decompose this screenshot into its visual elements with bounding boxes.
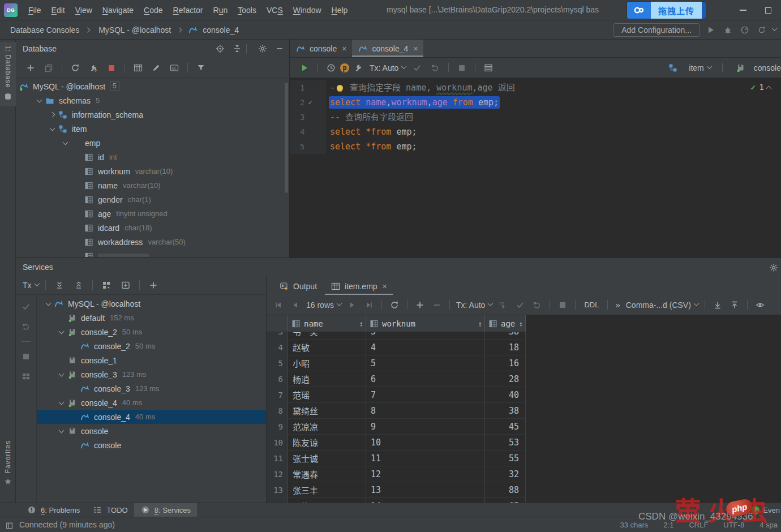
status-item[interactable]: CRLF <box>689 521 708 529</box>
chevron-down-icon[interactable] <box>45 300 51 306</box>
services-tree-item[interactable]: console_440 ms <box>37 396 266 410</box>
close-icon[interactable]: × <box>383 282 387 291</box>
worknum-cell[interactable]: 4 <box>366 340 485 355</box>
services-tree-item[interactable]: console_3123 ms <box>37 381 266 396</box>
services-tree-item[interactable]: console_250 ms <box>37 325 266 339</box>
table-icon[interactable] <box>133 63 143 73</box>
menu-file[interactable]: File <box>23 4 46 16</box>
age-cell[interactable]: 28 <box>485 371 526 387</box>
table-row[interactable]: 10陈友谅1053 <box>267 435 781 451</box>
minimize-button[interactable] <box>730 0 756 20</box>
age-cell[interactable]: 38 <box>485 403 526 419</box>
age-cell[interactable]: 53 <box>485 435 526 451</box>
chevron-down-icon[interactable] <box>58 399 64 405</box>
chevron-slot[interactable] <box>55 430 67 432</box>
commit-icon[interactable] <box>412 63 422 73</box>
ddl-button[interactable]: DDL <box>584 301 599 309</box>
worknum-cell[interactable]: 13 <box>366 482 485 498</box>
menu-vcs[interactable]: VCS <box>261 4 288 16</box>
worknum-cell[interactable]: 10 <box>366 435 485 451</box>
menu-window[interactable]: Window <box>288 4 327 16</box>
collapse-all-icon[interactable] <box>74 280 84 290</box>
chevron-down-icon[interactable] <box>58 328 64 334</box>
services-tree-item[interactable]: MySQL - @localhost <box>37 297 266 311</box>
rollback-icon[interactable] <box>21 321 31 332</box>
tx-mode-dropdown[interactable]: Tx: Auto <box>367 63 408 72</box>
chevron-down-icon[interactable] <box>58 371 64 376</box>
name-cell[interactable]: 陈友谅 <box>288 435 366 451</box>
db-tree-item[interactable]: idcardchar(18) <box>16 221 289 235</box>
parameters-icon[interactable]: p <box>340 63 349 72</box>
toolbar-button-8-services[interactable]: 8: Services <box>134 503 197 517</box>
rollback-icon[interactable] <box>532 300 542 310</box>
worknum-cell[interactable]: 6 <box>366 371 485 387</box>
sort-icon[interactable]: ▲▼ <box>520 321 522 327</box>
page-size-dropdown[interactable]: 16 rows <box>304 301 344 310</box>
worknum-cell[interactable]: 8 <box>366 403 485 419</box>
db-tree-item[interactable]: emp <box>16 136 289 150</box>
column-header-age[interactable]: age▲▼ <box>485 315 526 332</box>
prev-page-icon[interactable] <box>290 300 301 310</box>
table-row[interactable]: 13张三丰1388 <box>267 482 781 498</box>
database-tool-window-button[interactable]: 1: Database <box>0 42 16 106</box>
add-icon[interactable] <box>415 300 425 310</box>
table-row[interactable]: 6杨逍628 <box>267 371 781 387</box>
execute-grid-icon[interactable] <box>483 63 494 73</box>
stop-icon-red[interactable] <box>106 63 117 73</box>
results-tab-output[interactable]: Output <box>273 278 323 295</box>
more-chevrons-icon[interactable]: » <box>615 300 620 310</box>
db-tree-item[interactable]: item <box>16 122 289 136</box>
code-line[interactable]: 1- 查询指定字段 name, worknum,age 返回 <box>290 80 781 95</box>
run-icon[interactable] <box>299 63 310 73</box>
services-tree-item[interactable]: console_3123 ms <box>37 367 266 381</box>
chevron-down-icon[interactable] <box>49 125 55 131</box>
download-icon[interactable] <box>713 300 723 310</box>
table-row[interactable]: 12常遇春1232 <box>267 466 781 482</box>
chevron-slot[interactable] <box>33 100 45 102</box>
new-frame-icon[interactable] <box>121 280 131 290</box>
add-icon[interactable] <box>148 280 158 290</box>
expand-all-icon[interactable] <box>54 280 65 290</box>
age-cell[interactable]: 65 <box>485 498 526 503</box>
name-cell[interactable]: 张士诚 <box>288 451 366 466</box>
name-cell[interactable]: 灭绝 <box>288 498 366 503</box>
table-row[interactable]: 11张士诚1155 <box>267 451 781 466</box>
code-line[interactable]: 3-- 查询所有字段返回 <box>290 110 781 125</box>
services-tree-item[interactable]: console_250 ms <box>37 339 266 353</box>
export-format-dropdown[interactable]: Comma-...d (CSV) <box>624 301 701 310</box>
close-icon[interactable]: × <box>342 44 346 53</box>
db-tree-item[interactable]: MySQL - @localhost5 <box>16 79 289 93</box>
age-cell[interactable]: 16 <box>485 355 526 371</box>
session-selector[interactable]: console <box>754 63 781 72</box>
editor-tab-console_4[interactable]: console_4× <box>352 40 423 57</box>
status-item[interactable]: 2:1 <box>663 521 673 529</box>
name-cell[interactable]: 杨逍 <box>288 371 366 387</box>
group-tabs-icon[interactable] <box>101 280 111 290</box>
table-row[interactable]: 7范瑶740 <box>267 387 781 403</box>
minus-icon[interactable] <box>432 300 442 310</box>
chevron-slot[interactable] <box>55 331 67 333</box>
column-header-worknum[interactable]: worknum▲▼ <box>366 315 485 332</box>
worknum-cell[interactable]: 14 <box>366 498 485 503</box>
table-row[interactable]: 3韦一笑338 <box>267 332 781 340</box>
chevron-slot[interactable] <box>55 374 67 376</box>
breadcrumb-item[interactable]: Database Consoles <box>8 24 81 36</box>
chevron-down-icon[interactable] <box>62 139 68 145</box>
filter-icon[interactable] <box>196 63 206 73</box>
collapse-panel-icon[interactable] <box>232 44 242 54</box>
locate-icon[interactable] <box>215 44 225 54</box>
maximize-button[interactable] <box>756 0 781 20</box>
age-cell[interactable]: 32 <box>485 466 526 482</box>
first-page-icon[interactable] <box>273 300 284 310</box>
settings-icon[interactable] <box>258 44 268 54</box>
services-tree-item[interactable]: console <box>37 438 266 452</box>
status-item[interactable]: 4 spa <box>759 521 778 529</box>
menu-code[interactable]: Code <box>139 4 168 16</box>
add-icon[interactable] <box>25 63 36 73</box>
chevron-slot[interactable] <box>46 113 58 117</box>
chevron-slot[interactable] <box>46 128 58 130</box>
code-area[interactable]: ✓✓ 1 1- 查询指定字段 name, worknum,age 返回2✓sel… <box>290 78 781 258</box>
name-cell[interactable]: 常遇春 <box>288 466 366 482</box>
tx-mode-dropdown[interactable]: Tx: Auto <box>454 301 495 310</box>
stop-icon-dim[interactable] <box>457 63 467 73</box>
